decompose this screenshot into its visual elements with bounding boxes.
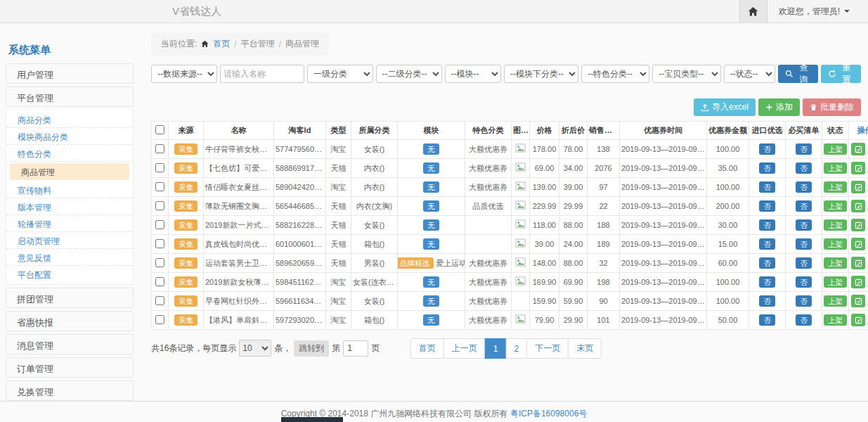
filter-name-input[interactable] — [220, 65, 304, 83]
module-badge[interactable]: 无 — [423, 219, 439, 231]
module-badge[interactable]: 无 — [423, 181, 439, 193]
row-checkbox[interactable] — [155, 144, 164, 153]
user-menu[interactable]: 欢迎您，管理员! — [779, 6, 850, 18]
must-buy-toggle[interactable]: 否 — [796, 314, 812, 326]
row-checkbox[interactable] — [155, 296, 164, 305]
filter-level1-select[interactable]: 一级分类 — [307, 65, 373, 83]
pager-button-上一页[interactable]: 上一页 — [443, 338, 486, 359]
sidebar-item-savings-express[interactable]: 省惠快报 — [6, 311, 134, 331]
row-checkbox[interactable] — [155, 239, 164, 248]
row-checkbox[interactable] — [155, 277, 164, 286]
pager-button-首页[interactable]: 首页 — [410, 338, 444, 359]
must-buy-toggle[interactable]: 否 — [796, 238, 812, 250]
status-button[interactable]: 上架 — [824, 314, 847, 326]
import-select-toggle[interactable]: 否 — [759, 257, 775, 269]
filter-item-type-select[interactable]: --宝贝类型-- — [652, 65, 720, 83]
import-select-toggle[interactable]: 否 — [759, 238, 775, 250]
page-size-select[interactable]: 10 — [239, 340, 271, 357]
status-button[interactable]: 上架 — [824, 162, 847, 174]
sidebar-item-goods-category[interactable]: 商品分类 — [6, 111, 133, 128]
must-buy-toggle[interactable]: 否 — [796, 219, 812, 231]
must-buy-toggle[interactable]: 否 — [796, 143, 812, 155]
sidebar-item-module-goods-category[interactable]: 模块商品分类 — [6, 128, 133, 145]
pager-button-1[interactable]: 1 — [485, 338, 507, 359]
sidebar-item-user-mgmt[interactable]: 用户管理 — [6, 63, 134, 84]
edit-button[interactable] — [851, 295, 865, 307]
batch-delete-button[interactable]: 批量删除 — [803, 98, 861, 116]
edit-button[interactable] — [851, 257, 865, 269]
edit-button[interactable] — [851, 219, 865, 231]
status-button[interactable]: 上架 — [824, 257, 847, 269]
row-checkbox[interactable] — [155, 258, 164, 267]
sidebar-item-feature-category[interactable]: 特色分类 — [6, 145, 133, 162]
must-buy-toggle[interactable]: 否 — [796, 181, 812, 193]
filter-source-select[interactable]: --数据来源-- — [151, 65, 217, 83]
jump-page-input[interactable] — [343, 340, 368, 357]
edit-button[interactable] — [851, 200, 865, 212]
filter-feature-select[interactable]: --特色分类-- — [581, 65, 649, 83]
status-button[interactable]: 上架 — [824, 143, 847, 155]
sidebar-item-message-mgmt[interactable]: 消息管理 — [6, 334, 134, 354]
import-select-toggle[interactable]: 否 — [759, 181, 775, 193]
edit-button[interactable] — [851, 314, 865, 326]
module-badge[interactable]: 无 — [423, 314, 439, 326]
import-select-toggle[interactable]: 否 — [759, 162, 775, 174]
status-button[interactable]: 上架 — [824, 200, 847, 212]
edit-button[interactable] — [851, 238, 865, 250]
sidebar-item-carousel-mgmt[interactable]: 轮播管理 — [6, 215, 133, 232]
home-button[interactable] — [739, 0, 767, 23]
icp-link[interactable]: 粤ICP备16098006号 — [510, 409, 587, 418]
edit-button[interactable] — [851, 276, 865, 288]
pager-button-末页[interactable]: 末页 — [568, 338, 602, 359]
import-select-toggle[interactable]: 否 — [759, 314, 775, 326]
row-checkbox[interactable] — [155, 182, 164, 191]
sidebar-item-version-mgmt[interactable]: 版本管理 — [6, 198, 133, 215]
reset-button[interactable]: 重置 — [821, 65, 861, 83]
row-checkbox[interactable] — [155, 315, 164, 324]
edit-button[interactable] — [851, 162, 865, 174]
pager-button-下一页[interactable]: 下一页 — [526, 338, 569, 359]
sidebar-item-platform-config[interactable]: 平台配置 — [6, 266, 133, 283]
filter-module-sub-select[interactable]: --模块下分类-- — [504, 65, 578, 83]
import-select-toggle[interactable]: 否 — [759, 276, 775, 288]
status-button[interactable]: 上架 — [824, 181, 847, 193]
filter-level2-select[interactable]: --二级分类-- — [376, 65, 442, 83]
module-badge[interactable]: 品牌精选 — [398, 257, 434, 269]
sidebar-item-promo-material[interactable]: 宣传物料 — [6, 181, 133, 198]
import-select-toggle[interactable]: 否 — [759, 219, 775, 231]
status-button[interactable]: 上架 — [824, 295, 847, 307]
status-button[interactable]: 上架 — [824, 276, 847, 288]
import-excel-button[interactable]: 导入excel — [694, 98, 756, 116]
sidebar-item-splash-page-mgmt[interactable]: 启动页管理 — [6, 232, 133, 249]
edit-button[interactable] — [851, 143, 865, 155]
sidebar-item-feedback[interactable]: 意见反馈 — [6, 249, 133, 266]
edit-button[interactable] — [851, 181, 865, 193]
row-checkbox[interactable] — [155, 163, 164, 172]
row-checkbox[interactable] — [155, 201, 164, 210]
status-button[interactable]: 上架 — [824, 219, 847, 231]
add-button[interactable]: 添加 — [758, 98, 800, 116]
sidebar-item-goods-mgmt[interactable]: 商品管理 — [10, 163, 129, 180]
search-button[interactable]: 查询 — [778, 65, 818, 83]
sidebar-item-exchange-mgmt[interactable]: 兑换管理 — [6, 381, 134, 401]
module-badge[interactable]: 无 — [423, 276, 439, 288]
import-select-toggle[interactable]: 否 — [759, 200, 775, 212]
sidebar-item-platform-mgmt[interactable]: 平台管理 — [6, 87, 134, 107]
must-buy-toggle[interactable]: 否 — [796, 162, 812, 174]
must-buy-toggle[interactable]: 否 — [796, 295, 812, 307]
module-badge[interactable]: 无 — [423, 143, 439, 155]
sidebar-item-group-buy-mgmt[interactable]: 拼团管理 — [6, 288, 134, 308]
pager-button-2[interactable]: 2 — [506, 338, 528, 359]
must-buy-toggle[interactable]: 否 — [796, 257, 812, 269]
module-badge[interactable]: 无 — [423, 295, 439, 307]
jump-button[interactable]: 跳转到 — [294, 340, 329, 357]
module-badge[interactable]: 无 — [423, 162, 439, 174]
module-badge[interactable]: 无 — [423, 238, 439, 250]
sidebar-item-order-mgmt[interactable]: 订单管理 — [6, 357, 134, 378]
must-buy-toggle[interactable]: 否 — [796, 200, 812, 212]
breadcrumb-item[interactable]: 首页 — [213, 38, 230, 50]
import-select-toggle[interactable]: 否 — [759, 295, 775, 307]
filter-module-select[interactable]: --模块-- — [445, 65, 502, 83]
filter-status-select[interactable]: --状态-- — [724, 65, 775, 83]
status-button[interactable]: 上架 — [824, 238, 847, 250]
